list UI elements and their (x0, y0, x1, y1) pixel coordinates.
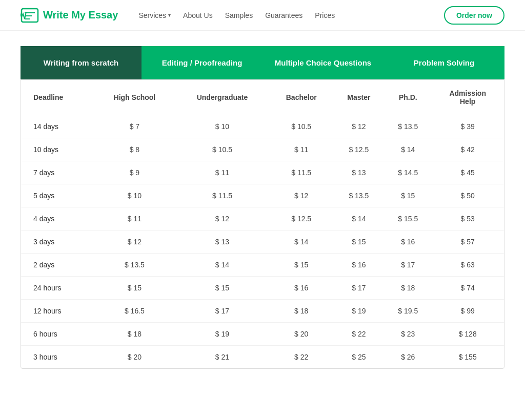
cell-r0-c0: 14 days (21, 115, 94, 138)
chevron-down-icon: ▾ (168, 12, 171, 18)
logo[interactable]: Write My Essay (21, 8, 118, 23)
cell-r8-c4: $ 19 (333, 300, 385, 323)
cell-r10-c0: 3 hours (21, 346, 94, 369)
cell-r2-c5: $ 14.5 (385, 161, 431, 184)
cell-r8-c3: $ 18 (270, 300, 333, 323)
cell-r7-c4: $ 17 (333, 277, 385, 300)
logo-icon (21, 8, 39, 23)
tab-multiple-choice[interactable]: Multiple Choice Questions (262, 46, 383, 79)
main-content: Writing from scratch Editing / Proofread… (0, 31, 525, 384)
cell-r9-c6: $ 128 (431, 323, 504, 346)
cell-r0-c5: $ 13.5 (385, 115, 431, 138)
cell-r3-c4: $ 13.5 (333, 184, 385, 207)
col-deadline: Deadline (21, 80, 94, 115)
table-row: 12 hours$ 16.5$ 17$ 18$ 19$ 19.5$ 99 (21, 300, 504, 323)
cell-r6-c0: 2 days (21, 254, 94, 277)
cell-r3-c0: 5 days (21, 184, 94, 207)
nav-prices[interactable]: Prices (315, 11, 335, 19)
table-row: 10 days$ 8$ 10.5$ 11$ 12.5$ 14$ 42 (21, 138, 504, 161)
cell-r2-c4: $ 13 (333, 161, 385, 184)
col-admission: AdmissionHelp (431, 80, 504, 115)
cell-r7-c0: 24 hours (21, 277, 94, 300)
table-row: 6 hours$ 18$ 19$ 20$ 22$ 23$ 128 (21, 323, 504, 346)
cell-r4-c6: $ 53 (431, 207, 504, 230)
order-now-button[interactable]: Order now (444, 6, 504, 25)
cell-r2-c1: $ 9 (94, 161, 175, 184)
col-master: Master (333, 80, 385, 115)
cell-r0-c6: $ 39 (431, 115, 504, 138)
cell-r10-c1: $ 20 (94, 346, 175, 369)
tab-problem-solving[interactable]: Problem Solving (383, 46, 504, 79)
cell-r7-c5: $ 18 (385, 277, 431, 300)
cell-r10-c3: $ 22 (270, 346, 333, 369)
cell-r3-c2: $ 11.5 (175, 184, 270, 207)
table-row: 7 days$ 9$ 11$ 11.5$ 13$ 14.5$ 45 (21, 161, 504, 184)
cell-r9-c0: 6 hours (21, 323, 94, 346)
nav-services[interactable]: Services ▾ (138, 11, 171, 19)
cell-r0-c1: $ 7 (94, 115, 175, 138)
cell-r9-c2: $ 19 (175, 323, 270, 346)
cell-r10-c6: $ 155 (431, 346, 504, 369)
cell-r7-c1: $ 15 (94, 277, 175, 300)
table-header: Deadline High School Undergraduate Bache… (21, 80, 504, 115)
cell-r6-c5: $ 17 (385, 254, 431, 277)
col-bachelor: Bachelor (270, 80, 333, 115)
cell-r2-c0: 7 days (21, 161, 94, 184)
cell-r1-c2: $ 10.5 (175, 138, 270, 161)
nav-links: Services ▾ About Us Samples Guarantees P… (138, 11, 444, 19)
table-row: 3 hours$ 20$ 21$ 22$ 25$ 26$ 155 (21, 346, 504, 369)
cell-r3-c6: $ 50 (431, 184, 504, 207)
cell-r1-c6: $ 42 (431, 138, 504, 161)
cell-r8-c1: $ 16.5 (94, 300, 175, 323)
navbar: Write My Essay Services ▾ About Us Sampl… (0, 0, 525, 31)
cell-r2-c3: $ 11.5 (270, 161, 333, 184)
price-table-wrapper: Deadline High School Undergraduate Bache… (21, 79, 504, 369)
cell-r1-c1: $ 8 (94, 138, 175, 161)
cell-r7-c2: $ 15 (175, 277, 270, 300)
table-row: 3 days$ 12$ 13$ 14$ 15$ 16$ 57 (21, 230, 504, 254)
cell-r0-c4: $ 12 (333, 115, 385, 138)
col-high-school: High School (94, 80, 175, 115)
cell-r4-c3: $ 12.5 (270, 207, 333, 230)
table-row: 14 days$ 7$ 10$ 10.5$ 12$ 13.5$ 39 (21, 115, 504, 138)
tab-writing[interactable]: Writing from scratch (21, 46, 142, 79)
nav-guarantees[interactable]: Guarantees (265, 11, 302, 19)
nav-samples[interactable]: Samples (225, 11, 253, 19)
cell-r6-c6: $ 63 (431, 254, 504, 277)
tab-headers: Writing from scratch Editing / Proofread… (21, 46, 504, 79)
cell-r5-c3: $ 14 (270, 230, 333, 254)
table-row: 2 days$ 13.5$ 14$ 15$ 16$ 17$ 63 (21, 254, 504, 277)
cell-r4-c2: $ 12 (175, 207, 270, 230)
cell-r1-c3: $ 11 (270, 138, 333, 161)
table-row: 24 hours$ 15$ 15$ 16$ 17$ 18$ 74 (21, 277, 504, 300)
cell-r10-c4: $ 25 (333, 346, 385, 369)
tab-editing[interactable]: Editing / Proofreading (142, 46, 262, 79)
cell-r6-c3: $ 15 (270, 254, 333, 277)
cell-r8-c0: 12 hours (21, 300, 94, 323)
cell-r5-c4: $ 15 (333, 230, 385, 254)
table-row: 5 days$ 10$ 11.5$ 12$ 13.5$ 15$ 50 (21, 184, 504, 207)
cell-r4-c4: $ 14 (333, 207, 385, 230)
cell-r6-c1: $ 13.5 (94, 254, 175, 277)
cell-r3-c1: $ 10 (94, 184, 175, 207)
cell-r1-c4: $ 12.5 (333, 138, 385, 161)
cell-r5-c2: $ 13 (175, 230, 270, 254)
cell-r4-c0: 4 days (21, 207, 94, 230)
cell-r4-c1: $ 11 (94, 207, 175, 230)
cell-r5-c6: $ 57 (431, 230, 504, 254)
table-row: 4 days$ 11$ 12$ 12.5$ 14$ 15.5$ 53 (21, 207, 504, 230)
cell-r5-c1: $ 12 (94, 230, 175, 254)
cell-r9-c1: $ 18 (94, 323, 175, 346)
cell-r5-c5: $ 16 (385, 230, 431, 254)
cell-r9-c3: $ 20 (270, 323, 333, 346)
cell-r0-c3: $ 10.5 (270, 115, 333, 138)
cell-r2-c6: $ 45 (431, 161, 504, 184)
col-undergraduate: Undergraduate (175, 80, 270, 115)
cell-r6-c4: $ 16 (333, 254, 385, 277)
cell-r9-c4: $ 22 (333, 323, 385, 346)
cell-r6-c2: $ 14 (175, 254, 270, 277)
cell-r10-c2: $ 21 (175, 346, 270, 369)
cell-r8-c2: $ 17 (175, 300, 270, 323)
nav-about[interactable]: About Us (183, 11, 213, 19)
logo-text: Write My Essay (43, 9, 118, 21)
